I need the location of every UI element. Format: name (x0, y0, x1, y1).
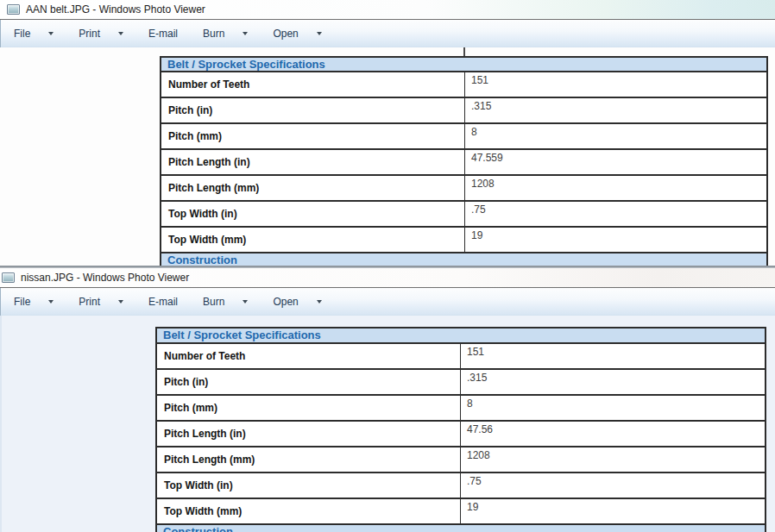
row-label: Pitch (mm) (161, 124, 465, 148)
burn-menu-label: Burn (203, 296, 224, 308)
row-label: Pitch (in) (161, 98, 465, 122)
open-menu-button[interactable]: Open (273, 296, 321, 308)
table-row: Top Width (mm) 19 (161, 228, 766, 253)
row-label: Top Width (in) (161, 202, 465, 226)
print-menu-label: Print (79, 28, 100, 40)
window-titlebar[interactable]: nissan.JPG - Windows Photo Viewer (0, 267, 775, 287)
spec-table-header: Belt / Sprocket Specifications (161, 58, 766, 72)
chevron-down-icon[interactable] (48, 300, 54, 304)
row-label: Pitch (mm) (157, 396, 461, 420)
spec-table: Belt / Sprocket Specifications Number of… (160, 56, 768, 266)
toolbar: File Print E-mail Burn Open (0, 287, 775, 316)
file-menu-label: File (14, 296, 30, 308)
row-value: .315 (461, 370, 765, 394)
row-value: 151 (465, 72, 766, 97)
row-label: Top Width (mm) (157, 499, 461, 523)
row-value: 151 (461, 344, 765, 368)
row-label: Pitch Length (in) (161, 150, 465, 174)
email-button-label: E-mail (148, 296, 178, 308)
email-button[interactable]: E-mail (148, 296, 178, 308)
row-value: .315 (465, 98, 766, 122)
row-value: 8 (465, 124, 766, 148)
burn-menu-button[interactable]: Burn (203, 28, 248, 40)
row-value: 19 (461, 499, 765, 523)
email-button-label: E-mail (148, 28, 178, 40)
photo-viewer-icon (7, 4, 20, 15)
open-menu-label: Open (273, 296, 298, 308)
row-label: Pitch Length (mm) (161, 176, 465, 200)
file-menu-button[interactable]: File (14, 28, 54, 40)
row-label: Number of Teeth (157, 344, 461, 368)
row-value: 19 (465, 228, 766, 252)
table-row: Number of Teeth 151 (161, 72, 766, 98)
window-titlebar[interactable]: AAN belt.JPG - Windows Photo Viewer (0, 0, 775, 19)
spec-table-header: Belt / Sprocket Specifications (157, 329, 765, 344)
chevron-down-icon[interactable] (243, 300, 248, 304)
chevron-down-icon[interactable] (317, 300, 322, 304)
table-row: Top Width (mm) 19 (157, 499, 765, 525)
cropped-table-border-line (463, 47, 465, 56)
table-row: Pitch Length (mm) 1208 (161, 176, 766, 202)
photo-canvas: Belt / Sprocket Specifications Number of… (0, 316, 775, 532)
photo-viewer-window-aan-belt: AAN belt.JPG - Windows Photo Viewer File… (0, 0, 775, 267)
row-value: 1208 (461, 448, 765, 472)
row-value: 1208 (465, 176, 766, 200)
spec-table: Belt / Sprocket Specifications Number of… (155, 327, 766, 532)
table-row: Top Width (in) .75 (157, 473, 765, 499)
row-value: 47.559 (465, 150, 766, 174)
window-title: AAN belt.JPG - Windows Photo Viewer (26, 3, 205, 16)
table-row: Pitch Length (in) 47.56 (157, 422, 765, 448)
photo-viewer-window-nissan: nissan.JPG - Windows Photo Viewer File P… (0, 267, 775, 532)
window-title: nissan.JPG - Windows Photo Viewer (21, 272, 189, 284)
spec-table-next-section-header: Construction (157, 525, 765, 532)
row-label: Top Width (mm) (161, 228, 465, 252)
row-label: Pitch Length (in) (157, 422, 461, 446)
print-menu-button[interactable]: Print (79, 296, 123, 308)
row-value: .75 (461, 473, 765, 498)
row-label: Pitch Length (mm) (157, 448, 461, 472)
print-menu-label: Print (79, 296, 100, 308)
email-button[interactable]: E-mail (148, 28, 178, 40)
open-menu-label: Open (273, 28, 298, 40)
table-row: Pitch (in) .315 (157, 370, 765, 396)
table-row: Number of Teeth 151 (157, 344, 765, 370)
burn-menu-label: Burn (203, 28, 224, 40)
print-menu-button[interactable]: Print (79, 28, 123, 40)
row-value: 47.56 (461, 422, 765, 446)
photo-viewer-icon (2, 272, 15, 283)
row-value: 8 (461, 396, 765, 420)
file-menu-button[interactable]: File (14, 296, 54, 308)
table-row: Pitch (mm) 8 (161, 124, 766, 150)
table-row: Top Width (in) .75 (161, 202, 766, 228)
chevron-down-icon[interactable] (317, 32, 322, 35)
row-label: Number of Teeth (161, 72, 465, 97)
table-row: Pitch Length (in) 47.559 (161, 150, 766, 176)
table-row: Pitch (in) .315 (161, 98, 766, 124)
toolbar: File Print E-mail Burn Open (0, 19, 775, 47)
row-value: .75 (465, 202, 766, 226)
row-label: Pitch (in) (157, 370, 461, 394)
row-label: Top Width (in) (157, 473, 461, 498)
chevron-down-icon[interactable] (243, 32, 248, 35)
burn-menu-button[interactable]: Burn (203, 296, 248, 308)
chevron-down-icon[interactable] (118, 300, 123, 304)
spec-table-next-section-header: Construction (161, 253, 766, 266)
photo-canvas: Belt / Sprocket Specifications Number of… (0, 47, 775, 266)
table-row: Pitch (mm) 8 (157, 396, 765, 422)
desktop-stage: AAN belt.JPG - Windows Photo Viewer File… (0, 0, 775, 532)
chevron-down-icon[interactable] (48, 32, 54, 35)
open-menu-button[interactable]: Open (273, 28, 321, 40)
chevron-down-icon[interactable] (118, 32, 123, 35)
file-menu-label: File (14, 28, 30, 40)
table-row: Pitch Length (mm) 1208 (157, 448, 765, 473)
